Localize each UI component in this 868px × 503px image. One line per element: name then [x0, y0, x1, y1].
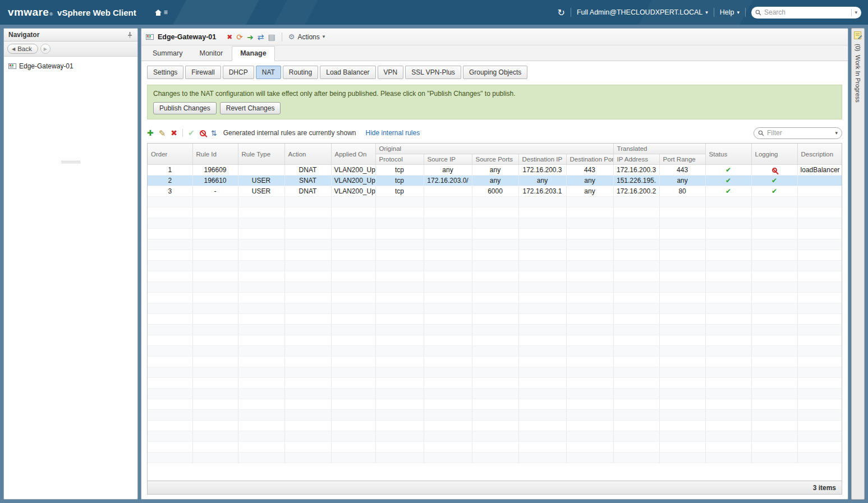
- subtab-load-balancer[interactable]: Load Balancer: [320, 66, 375, 79]
- subtab-bar: SettingsFirewallDHCPNATRoutingLoad Balan…: [147, 66, 842, 79]
- back-button[interactable]: ◀ Back: [7, 44, 38, 54]
- nat-rule-row[interactable]: 1196609DNATVLAN200_Uptcpanyany172.16.200…: [148, 165, 842, 176]
- subtab-firewall[interactable]: Firewall: [185, 66, 221, 79]
- cell-source-ip: 172.16.203.0/: [424, 176, 472, 186]
- subtab-routing[interactable]: Routing: [283, 66, 318, 79]
- col-applied-on[interactable]: Applied On: [331, 144, 375, 165]
- tab-summary[interactable]: Summary: [145, 47, 190, 61]
- navigator-title: Navigator: [8, 31, 127, 39]
- actions-label: Actions: [297, 33, 319, 41]
- splitter-handle[interactable]: [61, 161, 80, 163]
- back-label: Back: [17, 45, 32, 52]
- col-source-ports[interactable]: Source Ports: [472, 154, 518, 165]
- cell-action: DNAT: [284, 165, 331, 176]
- tree-item-edge-gateway[interactable]: Edge-Gateway-01: [4, 61, 137, 71]
- delete-object-icon[interactable]: ✖: [227, 34, 232, 40]
- navigator-history-bar: ◀ Back ▶: [4, 41, 137, 57]
- logs-icon[interactable]: ▤: [268, 33, 275, 41]
- tree-item-label: Edge-Gateway-01: [19, 62, 74, 70]
- col-destination-ports[interactable]: Destination Ports: [566, 154, 613, 165]
- cell-trans-ip: 172.16.200.2: [613, 186, 659, 197]
- cell-trans-ip: 172.16.200.3: [613, 165, 659, 176]
- col-rule-id[interactable]: Rule Id: [192, 144, 238, 165]
- deploy-icon[interactable]: ➜: [247, 33, 254, 41]
- col-ip-address[interactable]: IP Address: [613, 154, 659, 165]
- navigator-tree: Edge-Gateway-01: [4, 57, 137, 499]
- cell-dest-ip: 172.16.200.3: [518, 165, 566, 176]
- sync-icon[interactable]: ⇄: [258, 33, 264, 41]
- empty-row: [148, 261, 842, 271]
- enable-rule-icon[interactable]: ✔: [188, 129, 195, 137]
- delete-rule-icon[interactable]: ✖: [171, 129, 177, 137]
- nat-rule-row[interactable]: 3-USERDNATVLAN200_Uptcp6000172.16.203.1a…: [148, 186, 842, 197]
- notice-actions: Publish Changes Revert Changes: [153, 102, 836, 114]
- search-caret-icon[interactable]: ▾: [855, 10, 857, 15]
- col-rule-type[interactable]: Rule Type: [238, 144, 284, 165]
- caret-down-icon: ▾: [737, 10, 740, 15]
- cell-trans-ip: 151.226.195.: [613, 176, 659, 186]
- col-order[interactable]: Order: [148, 144, 192, 165]
- product-name: vSphere Web Client: [57, 8, 136, 17]
- pin-icon[interactable]: [127, 31, 133, 38]
- col-action[interactable]: Action: [284, 144, 331, 165]
- subtab-ssl-vpn-plus[interactable]: SSL VPN-Plus: [405, 66, 461, 79]
- search-icon: [755, 10, 761, 16]
- tab-bar: Summary Monitor Manage: [141, 45, 848, 61]
- divider: [851, 9, 852, 16]
- caret-down-icon: ▾: [705, 10, 708, 15]
- filter-input[interactable]: [767, 129, 832, 137]
- empty-row: [148, 378, 842, 389]
- tab-monitor[interactable]: Monitor: [191, 47, 231, 61]
- status-check-icon: ✔: [771, 177, 777, 184]
- empty-row: [148, 399, 842, 410]
- object-title: Edge-Gateway-01: [158, 33, 216, 41]
- divider: [714, 8, 714, 17]
- forward-button[interactable]: ▶: [40, 44, 50, 54]
- user-menu[interactable]: Full Admin@THECLOUDXPERT.LOCAL ▾: [577, 8, 708, 16]
- revert-changes-button[interactable]: Revert Changes: [220, 102, 281, 114]
- publish-changes-button[interactable]: Publish Changes: [153, 102, 217, 114]
- col-destination-ip[interactable]: Destination IP: [518, 154, 566, 165]
- search-input[interactable]: [764, 8, 848, 16]
- cell-rule-id: 196610: [192, 176, 238, 186]
- col-protocol[interactable]: Protocol: [375, 154, 424, 165]
- nat-rules-table: Order Rule Id Rule Type Action Applied O…: [147, 143, 842, 481]
- filter-caret-icon[interactable]: ▾: [835, 131, 838, 136]
- subtab-settings[interactable]: Settings: [147, 66, 183, 79]
- col-logging[interactable]: Logging: [751, 144, 797, 165]
- tab-manage[interactable]: Manage: [232, 46, 275, 61]
- home-button[interactable]: ≡: [154, 9, 168, 16]
- cell-order: 3: [148, 186, 192, 197]
- col-port-range[interactable]: Port Range: [659, 154, 705, 165]
- internal-rules-status: Generated internal rules are currently s…: [223, 129, 356, 137]
- hide-internal-rules-link[interactable]: Hide internal rules: [365, 129, 420, 137]
- logging-blocked-icon: [772, 168, 777, 173]
- cell-applied-on: VLAN200_Up: [331, 165, 375, 176]
- internal-rules-icon[interactable]: ⇅: [211, 130, 217, 137]
- subtab-vpn[interactable]: VPN: [378, 66, 404, 79]
- object-header: Edge-Gateway-01 ✖ ⟳ ➜ ⇄ ▤ ⚙ Actions ▾: [141, 29, 848, 45]
- disable-rule-icon[interactable]: [200, 130, 206, 136]
- divider: [571, 8, 571, 17]
- edit-rule-icon[interactable]: ✎: [159, 129, 166, 137]
- nat-rule-row[interactable]: 2196610USERSNATVLAN200_Uptcp172.16.203.0…: [148, 176, 842, 186]
- refresh-icon[interactable]: ↻: [557, 7, 564, 18]
- subtab-nat[interactable]: NAT: [256, 66, 281, 79]
- add-rule-icon[interactable]: ✚: [147, 129, 154, 137]
- status-check-icon: ✔: [725, 187, 731, 195]
- cell-port-range: 443: [659, 165, 705, 176]
- col-status[interactable]: Status: [705, 144, 751, 165]
- wip-label: Work In Progress: [855, 55, 861, 103]
- col-description[interactable]: Description: [797, 144, 842, 165]
- subtab-grouping-objects[interactable]: Grouping Objects: [463, 66, 527, 79]
- subtab-dhcp[interactable]: DHCP: [223, 66, 254, 79]
- col-group-original: Original: [375, 144, 613, 154]
- redeploy-icon[interactable]: ⟳: [236, 33, 243, 41]
- help-menu[interactable]: Help ▾: [720, 8, 740, 16]
- empty-row: [148, 282, 842, 293]
- actions-menu-button[interactable]: ⚙ Actions ▾: [288, 33, 325, 41]
- work-in-progress-panel[interactable]: (0) Work In Progress: [851, 28, 865, 500]
- actions-caret-icon: ▾: [323, 34, 325, 39]
- cell-port-range: 80: [659, 186, 705, 197]
- col-source-ip[interactable]: Source IP: [424, 154, 472, 165]
